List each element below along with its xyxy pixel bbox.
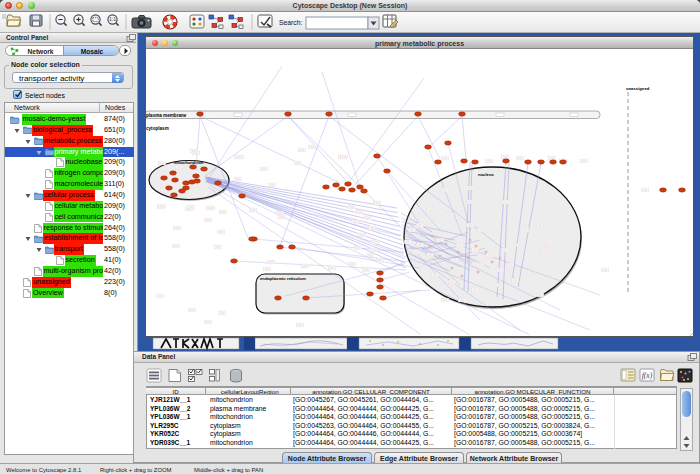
svg-text:unassigned: unassigned xyxy=(626,86,650,91)
svg-text:cytoplasm: cytoplasm xyxy=(146,126,169,131)
svg-text:plasma membrane: plasma membrane xyxy=(146,113,187,118)
svg-text:nucleus: nucleus xyxy=(478,172,494,177)
svg-text:Search:: Search: xyxy=(279,19,303,26)
svg-text:f(x): f(x) xyxy=(642,371,653,380)
svg-text:endoplasmic reticulum: endoplasmic reticulum xyxy=(260,276,306,281)
svg-text:1:1: 1:1 xyxy=(109,16,116,22)
svg-text:mitochondrion: mitochondrion xyxy=(174,160,204,165)
